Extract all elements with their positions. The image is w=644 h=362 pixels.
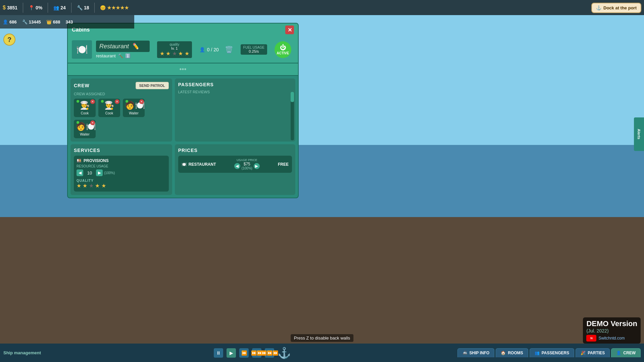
services-title: SERVICES: [74, 148, 100, 153]
crew-display: 👥 24: [53, 5, 66, 10]
parties-label: PARTIES: [588, 351, 605, 355]
resource1-display: 👤 686: [3, 19, 17, 24]
service-quality-stars: ★ ★ ★ ★ ★: [77, 183, 166, 189]
provisions-label: PROVISIONS: [84, 158, 109, 163]
free-label: FREE: [278, 162, 289, 167]
services-panel-header: SERVICES: [74, 148, 169, 153]
quality-stars: ★ ★ ★ ★ ★: [160, 50, 189, 57]
reviews-label: LATEST REVIEWS: [178, 90, 292, 94]
quality-section: QUALITY ★ ★ ★ ★ ★: [77, 179, 166, 189]
anchor-icon: ⚓: [278, 347, 291, 359]
fastest-button[interactable]: ⏩⏩⏩: [265, 348, 274, 358]
close-button[interactable]: ✕: [285, 25, 294, 34]
provisions-header: 🍱 PROVISIONS: [77, 158, 166, 163]
top-hud: $ 3851 📍 0% 👥 24 🔧 18 😊 ★★★★★: [0, 0, 644, 15]
hud-divider-3: [71, 3, 71, 13]
quality-box: quality lv. 1 ★ ★ ★ ★ ★: [157, 41, 192, 58]
resource-decrease-btn[interactable]: ◀: [77, 169, 83, 176]
tab-crew[interactable]: 👤 CREW: [611, 348, 641, 357]
crew-tab-label: CREW: [623, 351, 636, 355]
crew-status-dot-4: [77, 121, 79, 124]
playback-controls: ⏸ ▶ ⏩ ⏩⏩ ⏩⏩⏩ ⚓: [48, 347, 457, 359]
demo-date: (Jul. 2022): [586, 328, 637, 333]
active-button[interactable]: ⏻ ACTIVE: [275, 41, 291, 58]
edit-icon[interactable]: ✏️: [132, 43, 139, 50]
tab-passengers[interactable]: 👥 PASSENGERS: [530, 348, 574, 357]
price-stepper: ◀ $75 (100%) ▶: [234, 162, 260, 170]
crew-remove-3[interactable]: ✕: [139, 99, 144, 104]
upgrade-icon[interactable]: 🔨: [118, 53, 123, 58]
active-label: ACTIVE: [277, 51, 289, 55]
crew-members-list: ✕ 👨‍🍳 Cook ✕ 👨‍🍳 Cook ✕ 🧑‍🍽️ Waiter: [74, 99, 169, 138]
restaurant-price-label: 🍽️ RESTAURANT: [182, 162, 216, 167]
power-icon: ⏻: [280, 44, 286, 51]
stars-display: ★★★★★: [107, 5, 129, 10]
crew-remove-4[interactable]: ✕: [90, 120, 95, 125]
crew-remove-1[interactable]: ✕: [90, 99, 95, 104]
fast-forward-button[interactable]: ⏩: [239, 348, 249, 358]
crew-icon: 👥: [53, 5, 59, 10]
crew-member-cook2: ✕ 👨‍🍳 Cook: [98, 99, 120, 117]
services-panel: SERVICES 🍱 PROVISIONS RESOURCE USAGE ◀ 1…: [70, 144, 172, 195]
crew-status-dot-1: [77, 100, 79, 103]
reviews-scrollbar[interactable]: [291, 92, 294, 140]
fuel-usage-display: FUEL USAGE 0.25/s: [241, 44, 267, 55]
play-button[interactable]: ▶: [227, 348, 236, 358]
crew-remove-2[interactable]: ✕: [115, 99, 119, 104]
resource-increase-btn[interactable]: ▶: [96, 169, 103, 176]
restaurant-name-box: Restaurant ✏️: [96, 41, 150, 52]
price-decrease-btn[interactable]: ◀: [234, 163, 240, 169]
crew-role-1: Cook: [76, 111, 94, 115]
info-icon[interactable]: ℹ️: [125, 53, 131, 58]
rooms-icon: 🏠: [501, 351, 506, 355]
hud-divider-1: [23, 3, 23, 13]
send-patrol-button[interactable]: SEND PATROL: [136, 82, 169, 89]
dots-button[interactable]: •••: [68, 63, 298, 76]
rooms-label: ROOMS: [508, 351, 523, 355]
dock-label: Dock at the port: [603, 5, 637, 10]
alerts-tab[interactable]: Alerts: [634, 117, 644, 151]
usage-price-label: USAGE PRICE: [237, 158, 257, 162]
taskbar: Ship management ⏸ ▶ ⏩ ⏩⏩ ⏩⏩⏩ ⚓ 🚢 SHIP IN…: [0, 344, 644, 362]
fuel-label: FUEL USAGE: [243, 46, 264, 49]
crew-role-2: Cook: [100, 111, 118, 115]
tab-parties[interactable]: 🎉 PARTIES: [576, 348, 610, 357]
help-button[interactable]: ?: [3, 34, 15, 46]
items-icon: 🔧: [77, 5, 83, 10]
location-display: 📍 0%: [29, 5, 42, 10]
resource3-value: 688: [53, 19, 60, 24]
hud-divider-2: [48, 3, 48, 13]
money-display: $ 3851: [3, 5, 17, 11]
panels-row-1: CREW SEND PATROL CREW ASSIGNED ✕ 👨‍🍳 Coo…: [68, 76, 298, 142]
prices-panel: PRICES 🍽️ RESTAURANT USAGE PRICE ◀ $75 (…: [175, 144, 295, 195]
crew-panel-header: CREW SEND PATROL: [74, 82, 169, 89]
pause-button[interactable]: ⏸: [214, 348, 223, 358]
switch-url: Switchntd.com: [598, 336, 625, 341]
resource3-display: 👑 688: [46, 19, 60, 24]
location-icon: 📍: [29, 5, 34, 10]
resource4-value: 343: [66, 19, 73, 24]
faster-button[interactable]: ⏩⏩: [252, 348, 261, 358]
scrollbar-thumb: [291, 92, 294, 102]
price-increase-btn[interactable]: ▶: [254, 163, 260, 169]
passengers-panel-header: PASSENGERS: [178, 82, 292, 87]
ship-info-icon: 🚢: [462, 351, 467, 355]
parties-icon: 🎉: [581, 351, 586, 355]
tab-ship-info[interactable]: 🚢 SHIP INFO: [457, 348, 495, 357]
resource-stepper: ◀ 10 ▶ (100%): [77, 169, 166, 176]
prices-panel-header: PRICES: [178, 148, 292, 153]
resource3-icon: 👑: [46, 19, 52, 24]
resource1-value: 686: [9, 19, 17, 24]
cabins-panel: Cabins ✕ 🍽️ Restaurant ✏️ restaurant 🔨 ℹ…: [67, 23, 299, 198]
prices-title: PRICES: [178, 148, 198, 153]
happiness-icon: 😊: [100, 5, 106, 10]
restaurant-type-display: restaurant 🔨 ℹ️: [96, 53, 150, 58]
resource1-icon: 👤: [3, 19, 8, 24]
dock-button[interactable]: ⚓ Dock at the port: [591, 3, 641, 13]
crew-assigned-label: CREW ASSIGNED: [74, 92, 169, 96]
tab-rooms[interactable]: 🏠 ROOMS: [496, 348, 528, 357]
provisions-icon: 🍱: [77, 158, 82, 163]
crew-status-dot-2: [101, 100, 104, 103]
usage-price-display: USAGE PRICE ◀ $75 (100%) ▶: [234, 158, 260, 170]
passengers-display: 0 / 20: [207, 47, 219, 52]
